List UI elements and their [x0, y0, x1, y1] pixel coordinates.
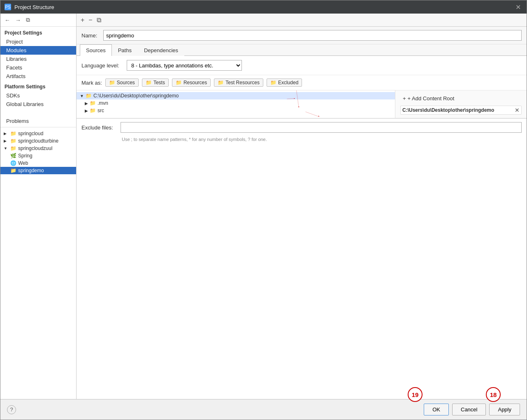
src-folder-icon: 📁 — [90, 108, 96, 113]
facets-label: Facets — [6, 65, 22, 71]
content-root-entry: C:\Users\du\Desktop\other\springdemo ✕ — [400, 106, 522, 115]
sidebar-item-project[interactable]: Project — [0, 37, 76, 46]
sidebar-item-sdks[interactable]: SDKs — [0, 91, 76, 100]
root-folder-icon: 📁 — [86, 93, 92, 99]
exclude-section: Exclude files: Use ; to separate name pa… — [77, 118, 527, 145]
add-content-root-button[interactable]: + + Add Content Root — [400, 94, 522, 103]
file-tree-mvn[interactable]: ▶ 📁 .mvn — [77, 99, 395, 107]
copy-module-button[interactable]: ⧉ — [96, 16, 102, 24]
name-row: Name: — [77, 27, 527, 44]
folder-icon: 📁 — [10, 145, 16, 151]
mark-as-resources-button[interactable]: 📁 Resources — [172, 78, 211, 87]
right-panel: + + Add Content Root C:\Users\du\Desktop… — [395, 90, 527, 118]
language-level-select[interactable]: 8 - Lambdas, type annotations etc. — [127, 60, 242, 71]
remove-module-button[interactable]: − — [88, 16, 93, 24]
plus-icon: + — [403, 95, 406, 102]
ok-button[interactable]: OK — [424, 404, 449, 415]
sidebar-item-facets[interactable]: Facets — [0, 63, 76, 72]
folder-icon: 📁 — [10, 138, 16, 144]
content-area: ← → ⧉ Project Settings Project Modules L… — [0, 14, 527, 399]
sidebar-item-artifacts[interactable]: Artifacts — [0, 72, 76, 81]
chevron-right-icon: ▶ — [4, 139, 9, 143]
src-label: src — [98, 108, 104, 113]
tree-item-spring[interactable]: 🌿 Spring — [0, 152, 76, 159]
platform-settings-label: Platform Settings — [0, 81, 76, 91]
sources-content: Language level: 8 - Lambdas, type annota… — [77, 56, 527, 145]
project-structure-window: PS Project Structure ✕ ← → ⧉ Project Set… — [0, 0, 527, 420]
main-panel: + − ⧉ Name: Sources Paths Dependencies — [77, 14, 527, 399]
name-input[interactable] — [103, 30, 522, 41]
add-module-button[interactable]: + — [80, 16, 85, 24]
file-tree-src[interactable]: ▶ 📁 src — [77, 107, 395, 114]
folder-icon: 📁 — [10, 168, 16, 173]
libraries-label: Libraries — [6, 56, 27, 62]
exclude-files-row: Exclude files: — [77, 118, 527, 136]
mvn-label: .mvn — [98, 100, 108, 106]
add-content-root-label: + Add Content Root — [408, 95, 455, 102]
sidebar-item-problems[interactable]: Problems — [0, 117, 76, 125]
tab-paths[interactable]: Paths — [112, 44, 138, 56]
bottom-bar: ? OK Cancel Apply — [0, 399, 527, 420]
resources-folder-icon: 📁 — [176, 80, 182, 85]
language-level-row: Language level: 8 - Lambdas, type annota… — [77, 56, 527, 75]
title-bar: PS Project Structure ✕ — [0, 0, 527, 14]
module-toolbar: + − ⧉ — [77, 14, 527, 27]
cancel-button[interactable]: Cancel — [452, 404, 486, 415]
tree-and-right: ▼ 📁 C:\Users\du\Desktop\other\springdemo… — [77, 90, 527, 118]
tree-item-springcloud[interactable]: ▶ 📁 springcloud — [0, 130, 76, 137]
sdks-label: SDKs — [6, 92, 20, 99]
mark-sources-label: Sources — [117, 80, 135, 85]
exclude-hint: Use ; to separate name patterns, * for a… — [77, 136, 527, 145]
chevron-down-icon: ▼ — [80, 94, 84, 98]
file-tree-root[interactable]: ▼ 📁 C:\Users\du\Desktop\other\springdemo — [77, 92, 395, 99]
copy-module-button[interactable]: ⧉ — [24, 16, 32, 24]
mark-as-label: Mark as: — [81, 80, 102, 86]
tree-item-web[interactable]: 🌐 Web — [0, 159, 76, 167]
forward-button[interactable]: → — [14, 16, 23, 24]
mark-as-tests-button[interactable]: 📁 Tests — [142, 78, 169, 87]
close-button[interactable]: ✕ — [514, 3, 522, 11]
mark-as-excluded-button[interactable]: 📁 Excluded — [267, 78, 302, 87]
mark-tests-label: Tests — [153, 80, 165, 85]
test-resources-folder-icon: 📁 — [218, 80, 224, 85]
tabs-bar: Sources Paths Dependencies — [77, 44, 527, 56]
mark-resources-label: Resources — [183, 80, 207, 85]
content-root-path: C:\Users\du\Desktop\other\springdemo — [402, 107, 494, 113]
tab-content-sources: Language level: 8 - Lambdas, type annota… — [77, 56, 527, 399]
tree-item-springcloudzuul[interactable]: ▼ 📁 springcloudzuul — [0, 145, 76, 152]
tab-sources[interactable]: Sources — [80, 44, 112, 56]
back-button[interactable]: ← — [3, 16, 12, 24]
app-icon: PS — [5, 4, 11, 10]
mark-excluded-label: Excluded — [278, 80, 298, 85]
spring-icon: 🌿 — [10, 153, 16, 159]
excluded-folder-icon: 📁 — [270, 80, 276, 85]
circle-18-label: 18 — [486, 387, 501, 402]
sources-folder-icon: 📁 — [109, 80, 115, 85]
apply-button[interactable]: Apply — [489, 404, 520, 415]
sidebar-item-libraries[interactable]: Libraries — [0, 55, 76, 63]
tab-dependencies[interactable]: Dependencies — [138, 44, 184, 56]
folder-icon: 📁 — [10, 131, 16, 136]
tree-item-springcloudturbine[interactable]: ▶ 📁 springcloudturbine — [0, 137, 76, 145]
mark-as-sources-button[interactable]: 📁 Sources — [105, 78, 139, 87]
web-icon: 🌐 — [10, 160, 16, 166]
exclude-files-input[interactable] — [121, 122, 522, 133]
help-button[interactable]: ? — [7, 405, 16, 414]
mark-as-row: Mark as: 📁 Sources 📁 Tests 📁 Resources — [77, 75, 527, 90]
exclude-files-label: Exclude files: — [81, 125, 116, 131]
name-label: Name: — [81, 32, 100, 39]
tree-item-springdemo[interactable]: 📁 springdemo — [0, 167, 76, 174]
language-level-label: Language level: — [81, 62, 123, 69]
remove-content-root-button[interactable]: ✕ — [515, 107, 520, 113]
mvn-folder-icon: 📁 — [90, 100, 96, 106]
chevron-right-icon: ▶ — [4, 132, 9, 136]
circle-19-label: 19 — [408, 387, 423, 402]
sidebar-item-global-libraries[interactable]: Global Libraries — [0, 100, 76, 108]
problems-label: Problems — [6, 118, 29, 124]
sidebar-item-modules[interactable]: Modules — [0, 46, 76, 55]
project-label: Project — [6, 39, 23, 45]
mark-as-test-resources-button[interactable]: 📁 Test Resources — [214, 78, 263, 87]
chevron-right-icon: ▶ — [85, 101, 88, 106]
modules-label: Modules — [6, 47, 26, 53]
root-path: C:\Users\du\Desktop\other\springdemo — [93, 93, 179, 99]
